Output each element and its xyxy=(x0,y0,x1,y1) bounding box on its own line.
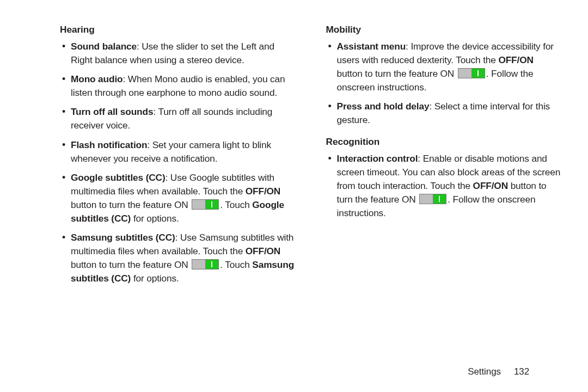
toggle-on-icon xyxy=(458,68,485,78)
item-label: Interaction control xyxy=(337,153,418,164)
toggle-on-icon xyxy=(419,194,446,204)
footer-section: Settings xyxy=(468,366,501,377)
item-google-subtitles: Google subtitles (CC): Use Google subtit… xyxy=(63,171,295,225)
item-press-and-hold-delay: Press and hold delay: Select a time inte… xyxy=(329,100,561,127)
item-turn-off-all-sounds: Turn off all sounds: Turn off all sounds… xyxy=(63,105,295,132)
left-column: Hearing Sound balance: Use the slider to… xyxy=(60,23,295,291)
item-desc-after: . Touch xyxy=(220,259,252,270)
item-label: Press and hold delay xyxy=(337,101,430,112)
item-desc-end: for options. xyxy=(131,213,179,224)
hearing-items: Sound balance: Use the slider to set the… xyxy=(60,40,295,285)
right-column: Mobility Assistant menu: Improve the dev… xyxy=(326,23,561,291)
item-label: Mono audio xyxy=(71,74,122,84)
item-interaction-control: Interaction control: Enable or disable m… xyxy=(329,152,561,220)
section-heading-hearing: Hearing xyxy=(60,23,295,36)
item-desc-mid: button to turn the feature ON xyxy=(71,199,191,210)
recognition-items: Interaction control: Enable or disable m… xyxy=(326,152,561,220)
manual-page: Hearing Sound balance: Use the slider to… xyxy=(0,0,588,307)
item-desc-mid: button to turn the feature ON xyxy=(337,68,457,79)
offon-text: OFF/ON xyxy=(246,246,280,256)
item-label: Samsung subtitles (CC) xyxy=(71,232,175,243)
item-flash-notification: Flash notification: Set your camera ligh… xyxy=(63,138,295,166)
item-label: Assistant menu xyxy=(337,41,406,52)
item-label: Flash notification xyxy=(71,139,147,150)
offon-text: OFF/ON xyxy=(246,186,280,197)
item-desc-mid: button to turn the feature ON xyxy=(71,259,191,270)
item-samsung-subtitles: Samsung subtitles (CC): Use Samsung subt… xyxy=(63,231,295,285)
item-label: Sound balance xyxy=(71,41,137,52)
page-footer: Settings132 xyxy=(468,365,529,379)
offon-text: OFF/ON xyxy=(498,54,533,65)
mobility-items: Assistant menu: Improve the device acces… xyxy=(326,40,561,127)
footer-page-number: 132 xyxy=(514,366,529,377)
item-label: Google subtitles (CC) xyxy=(71,172,166,183)
item-desc-end: for options. xyxy=(131,273,179,284)
item-mono-audio: Mono audio: When Mono audio is enabled, … xyxy=(63,72,295,100)
item-assistant-menu: Assistant menu: Improve the device acces… xyxy=(329,40,561,94)
section-heading-mobility: Mobility xyxy=(326,23,561,36)
item-label: Turn off all sounds xyxy=(71,106,153,117)
toggle-on-icon xyxy=(192,199,219,210)
item-desc-after: . Touch xyxy=(220,199,252,210)
toggle-on-icon xyxy=(192,259,219,270)
offon-text: OFF/ON xyxy=(473,180,508,191)
item-sound-balance: Sound balance: Use the slider to set the… xyxy=(63,40,295,67)
section-heading-recognition: Recognition xyxy=(326,135,561,149)
